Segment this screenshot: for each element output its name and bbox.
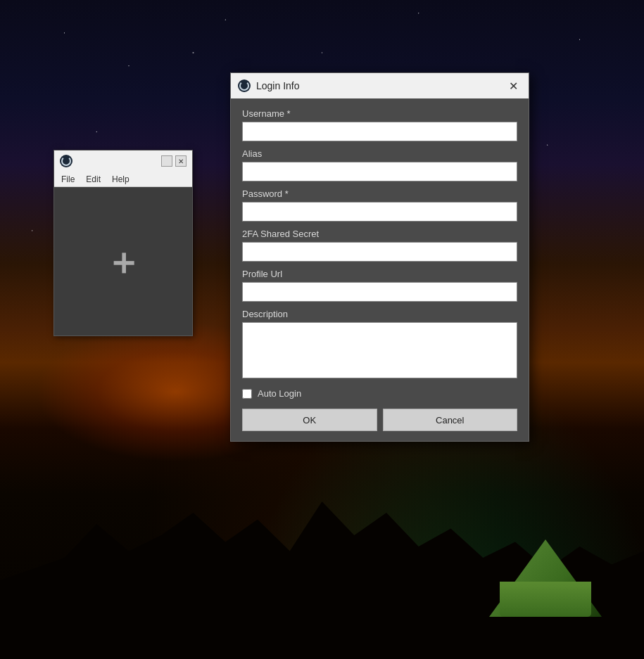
small-window-left (60, 155, 72, 167)
small-window: ✕ File Edit Help ＋ (53, 150, 193, 336)
steam-icon-dialog (238, 79, 251, 92)
dialog-title-left: Login Info (238, 79, 300, 92)
ok-button[interactable]: OK (242, 409, 377, 431)
close-button[interactable]: ✕ (505, 77, 522, 94)
profile-url-input[interactable] (242, 282, 517, 302)
steam-icon-small (60, 155, 72, 167)
description-textarea[interactable] (242, 322, 517, 378)
auto-login-checkbox[interactable] (242, 389, 252, 399)
password-input[interactable] (242, 202, 517, 222)
minimize-button-small[interactable] (161, 155, 172, 167)
tent-decoration (489, 532, 602, 617)
dialog-buttons: OK Cancel (242, 409, 517, 431)
username-group: Username * (242, 108, 517, 141)
twofa-label: 2FA Shared Secret (242, 229, 517, 239)
password-group: Password * (242, 188, 517, 222)
alias-label: Alias (242, 148, 517, 159)
password-label: Password * (242, 188, 517, 199)
username-label: Username * (242, 108, 517, 119)
dialog-body: Username * Alias Password * 2FA Shared S… (231, 98, 529, 441)
small-window-menu: File Edit Help (54, 172, 192, 187)
dialog-title: Login Info (256, 80, 300, 91)
menu-file[interactable]: File (57, 172, 79, 186)
menu-edit[interactable]: Edit (82, 172, 105, 186)
twofa-group: 2FA Shared Secret (242, 229, 517, 262)
cancel-button[interactable]: Cancel (383, 409, 518, 431)
alias-input[interactable] (242, 162, 517, 181)
alias-group: Alias (242, 148, 517, 181)
login-info-dialog: Login Info ✕ Username * Alias Password *… (230, 72, 529, 442)
small-window-controls: ✕ (161, 155, 187, 167)
add-account-area[interactable]: ＋ (54, 187, 192, 335)
small-window-titlebar: ✕ (54, 151, 192, 172)
auto-login-row: Auto Login (242, 388, 517, 399)
twofa-input[interactable] (242, 242, 517, 262)
auto-login-label[interactable]: Auto Login (258, 388, 301, 399)
description-label: Description (242, 309, 517, 319)
dialog-titlebar: Login Info ✕ (231, 73, 529, 98)
close-button-small[interactable]: ✕ (175, 155, 187, 167)
username-input[interactable] (242, 122, 517, 141)
profile-url-group: Profile Url (242, 269, 517, 302)
profile-url-label: Profile Url (242, 269, 517, 279)
description-group: Description (242, 309, 517, 381)
menu-help[interactable]: Help (108, 172, 134, 186)
add-icon: ＋ (105, 243, 141, 280)
